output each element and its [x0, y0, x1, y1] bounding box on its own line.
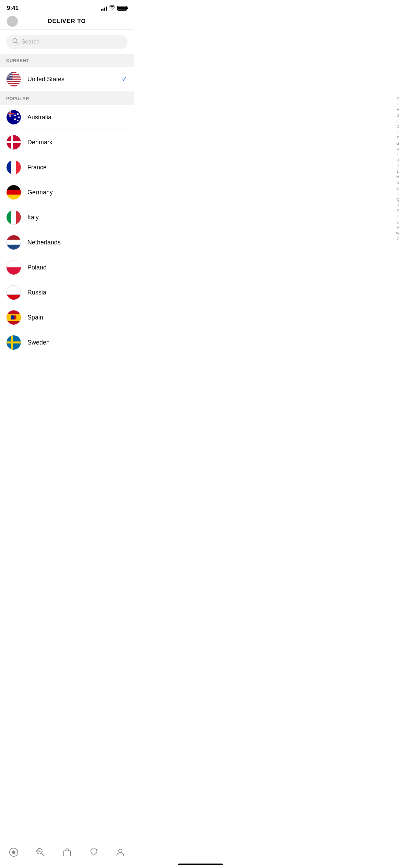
current-country-name: United States	[27, 76, 64, 83]
svg-rect-74	[7, 210, 11, 225]
svg-point-32	[10, 76, 10, 77]
flag-russia	[6, 285, 21, 300]
svg-point-34	[12, 76, 12, 77]
svg-rect-81	[7, 260, 21, 267]
battery-icon	[117, 6, 127, 11]
flag-france	[6, 160, 21, 175]
svg-point-12	[7, 73, 8, 73]
search-bar[interactable]: Search	[6, 35, 127, 49]
country-item-denmark[interactable]: Denmark	[0, 130, 134, 155]
svg-point-58	[14, 114, 16, 116]
country-item-poland[interactable]: Poland	[0, 255, 134, 280]
svg-point-28	[10, 75, 11, 76]
svg-rect-70	[7, 185, 21, 190]
country-name-france: France	[27, 164, 47, 171]
country-item-netherlands[interactable]: Netherlands	[0, 230, 134, 255]
current-section-header: CURRENT	[0, 54, 134, 67]
country-name-germany: Germany	[27, 189, 53, 196]
svg-rect-78	[7, 235, 21, 240]
svg-point-26	[8, 75, 9, 76]
svg-point-37	[10, 77, 11, 77]
country-name-poland: Poland	[27, 264, 47, 271]
svg-point-29	[11, 75, 12, 76]
svg-point-17	[8, 73, 9, 74]
svg-point-40	[8, 78, 9, 79]
svg-point-27	[9, 75, 10, 76]
svg-rect-90	[11, 315, 14, 319]
svg-point-42	[11, 78, 11, 79]
flag-germany	[6, 185, 21, 200]
svg-point-35	[8, 77, 9, 77]
flag-australia	[6, 110, 21, 125]
status-time: 9:41	[7, 5, 19, 12]
svg-point-22	[8, 74, 9, 75]
svg-point-23	[10, 74, 10, 75]
svg-point-20	[11, 73, 12, 74]
back-button[interactable]	[7, 16, 18, 27]
svg-point-0	[11, 20, 14, 23]
svg-rect-62	[7, 141, 21, 143]
svg-point-33	[11, 76, 11, 77]
search-icon	[12, 38, 19, 46]
svg-rect-66	[7, 160, 11, 174]
flag-sweden	[6, 335, 21, 350]
country-item-germany[interactable]: Germany	[0, 180, 134, 205]
svg-point-21	[7, 74, 8, 75]
svg-point-45	[9, 79, 10, 79]
status-icons	[101, 5, 127, 11]
country-item-australia[interactable]: Australia	[0, 105, 134, 130]
svg-point-18	[9, 73, 10, 74]
country-name-denmark: Denmark	[27, 139, 52, 146]
country-name-spain: Spain	[27, 314, 43, 321]
country-name-australia: Australia	[27, 114, 51, 121]
country-name-sweden: Sweden	[27, 339, 50, 346]
page-header: DELIVER TO	[0, 14, 134, 30]
svg-point-38	[11, 77, 12, 77]
search-container: Search	[0, 30, 134, 54]
svg-point-56	[17, 120, 19, 121]
popular-section-label: POPULAR	[6, 96, 29, 101]
svg-point-19	[10, 73, 11, 74]
country-item-russia[interactable]: Russia	[0, 280, 134, 305]
current-section-label: CURRENT	[6, 58, 29, 63]
flag-poland	[6, 260, 21, 275]
svg-point-24	[11, 74, 11, 75]
page-title: DELIVER TO	[48, 18, 86, 25]
country-name-netherlands: Netherlands	[27, 239, 61, 246]
popular-section-header: POPULAR	[0, 92, 134, 105]
svg-rect-9	[7, 82, 21, 83]
svg-point-46	[10, 79, 11, 79]
checkmark-icon: ✓	[121, 75, 127, 84]
country-item-france[interactable]: France	[0, 155, 134, 180]
flag-denmark	[6, 135, 21, 150]
flag-netherlands	[6, 235, 21, 250]
flag-italy	[6, 210, 21, 225]
svg-point-57	[14, 118, 16, 120]
svg-point-36	[9, 77, 10, 77]
svg-rect-8	[7, 80, 21, 81]
country-item-spain[interactable]: Spain	[0, 305, 134, 330]
svg-point-43	[12, 78, 12, 79]
svg-rect-84	[7, 285, 21, 295]
svg-point-54	[17, 113, 19, 115]
svg-line-2	[16, 42, 18, 44]
status-bar: 9:41	[0, 0, 134, 14]
svg-rect-85	[7, 295, 21, 300]
svg-point-41	[10, 78, 10, 79]
svg-point-55	[18, 117, 20, 118]
svg-point-14	[10, 73, 10, 73]
country-item-us[interactable]: United States ✓	[0, 67, 134, 92]
svg-point-39	[7, 78, 8, 79]
country-name-italy: Italy	[27, 214, 39, 221]
flag-us	[6, 72, 21, 87]
svg-point-25	[12, 74, 12, 75]
country-item-sweden[interactable]: Sweden	[0, 330, 134, 355]
signal-bars-icon	[101, 6, 107, 11]
country-item-italy[interactable]: Italy	[0, 205, 134, 230]
svg-point-44	[8, 79, 9, 79]
svg-rect-94	[7, 341, 21, 343]
svg-point-16	[12, 73, 12, 73]
flag-spain	[6, 310, 21, 325]
svg-rect-53	[10, 110, 11, 117]
country-name-russia: Russia	[27, 289, 46, 296]
